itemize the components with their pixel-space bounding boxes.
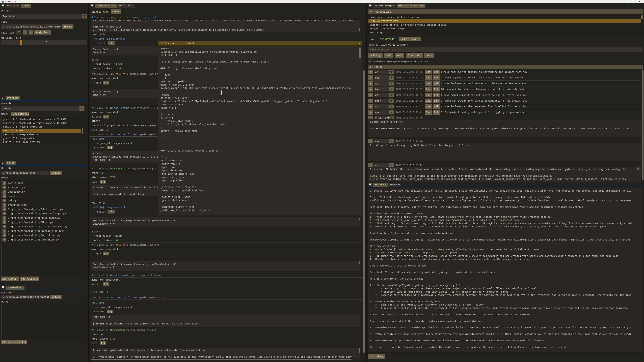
maximize-button[interactable]: □ <box>630 0 635 3</box>
comms-text-box[interactable]: I have now implemented all the requested… <box>92 348 360 358</box>
collapse-section-icon[interactable] <box>1 96 5 100</box>
remove-file-button[interactable]: x <box>2 233 6 237</box>
expand-entry-button[interactable]: + <box>368 110 373 115</box>
fetch-models-button[interactable]: Fetch Models <box>12 112 29 116</box>
new-discussion-input[interactable]: New discussion name <box>368 47 643 52</box>
expand-button[interactable]: [+] <box>103 81 109 84</box>
comms-text-box[interactable]: The previous attempt to modify `gui.py` … <box>92 20 360 32</box>
chevron-down-icon[interactable] <box>82 14 87 18</box>
discussion-list-item[interactable]: Make sure it works well with gemini <box>368 15 641 19</box>
collapse-section-icon[interactable] <box>90 4 94 8</box>
discussions-section-header[interactable]: ▼Discussions <box>368 9 643 14</box>
box-scrollbar-thumb[interactable] <box>359 218 360 220</box>
text-viewer-content[interactable]: STDOUT:Successfully applied modification… <box>160 47 358 215</box>
entries-toolbar-button--all[interactable]: +All <box>395 53 404 58</box>
delete-entry-button[interactable]: Del <box>433 87 440 91</box>
chevron-down-icon[interactable] <box>389 82 394 85</box>
expand-entry-button[interactable]: + <box>368 104 373 109</box>
apply-font-button[interactable]: Apply Font <box>34 30 51 34</box>
model-list-item[interactable]: gemini-2.5-pro-preview-tts <box>2 133 81 136</box>
model-list-item[interactable]: gemini-3-flash-preview <box>2 136 81 140</box>
palette-select[interactable]: 10x Dark <box>1 14 87 19</box>
collapse-section-icon[interactable] <box>1 161 5 165</box>
comms-text-box[interactable]: EXIT CODE: 0[SYSTEM: FILES UPDATED ? cur… <box>92 315 360 327</box>
remove-file-button[interactable]: x <box>2 194 6 198</box>
right-tab-system-prompts[interactable]: System Prompts <box>373 4 396 8</box>
roles-section-header[interactable]: ▶Roles <box>368 65 643 69</box>
remove-file-button[interactable]: x <box>2 229 6 233</box>
expand-button[interactable]: [+] <box>100 180 106 184</box>
delete-entry-button[interactable]: Del <box>433 75 440 80</box>
comms-text-box[interactable]: $mainContextPath = "C:/projects/manual_s… <box>92 217 360 227</box>
minimize-button[interactable]: – <box>622 0 628 3</box>
insert-entry-button[interactable]: Ins <box>425 104 432 109</box>
size-increment-button[interactable]: + <box>28 30 33 34</box>
text-viewer-title[interactable]: Text Viewer - content <box>158 41 362 45</box>
role-select[interactable]: AI <box>374 93 394 97</box>
autoadd-checkbox[interactable]: ✓ <box>368 59 372 63</box>
chevron-down-icon[interactable] <box>389 99 394 103</box>
model-list-scrollbar[interactable] <box>82 128 83 134</box>
chevron-down-icon[interactable] <box>389 87 394 91</box>
role-select[interactable]: AI <box>374 70 394 74</box>
history-button[interactable]: -> History <box>368 354 385 359</box>
role-select[interactable]: User <box>374 110 394 115</box>
provider-select[interactable]: gemini <box>1 106 84 111</box>
chevron-down-icon[interactable] <box>389 76 394 80</box>
box-scrollbar-thumb[interactable] <box>359 28 360 31</box>
font-path-input[interactable]: C:/Users/Ed/AppData/Local/uv/cache/archi… <box>1 24 61 29</box>
model-list-item[interactable]: gemini-3-pro-image-preview <box>2 140 81 144</box>
expand-entry-button[interactable]: + <box>368 70 373 74</box>
comms-vertical-scrollbar[interactable] <box>363 70 365 353</box>
font-browse-button[interactable]: Browse <box>62 24 74 29</box>
delete-entry-button[interactable]: Del <box>433 81 440 86</box>
size-input[interactable]: 18 <box>16 30 22 34</box>
entry-content-box[interactable]: Finish up if there is anything left todo… <box>368 143 641 161</box>
delete-entry-button[interactable]: Del <box>433 93 440 97</box>
text-viewer-close-icon[interactable]: ✕ <box>358 41 360 44</box>
comms-tab-tool-calls[interactable]: Tool Calls <box>117 4 135 8</box>
remove-file-button[interactable]: x <box>2 220 6 224</box>
left-tab-theme[interactable]: Theme <box>21 4 31 8</box>
size-decrement-button[interactable]: - <box>23 30 27 34</box>
expand-button[interactable]: [+] <box>103 115 109 118</box>
discussion-list-item[interactable]: Support for system prompt <box>368 27 641 30</box>
entry-box-scrollbar[interactable] <box>638 167 639 170</box>
right-tab-discussion-history[interactable]: Discussion History <box>397 4 426 8</box>
role-select[interactable]: User <box>374 98 394 103</box>
comms-entry-header[interactable]: #46 23:36:19 OUT tool_result_send gemini… <box>90 295 364 300</box>
model-list-item[interactable]: gemini-2.5-flash-native-audio-preview-12… <box>2 121 81 125</box>
discussion-list-item[interactable]: main <box>368 34 641 36</box>
update-commit-button[interactable]: Update Commit <box>399 37 421 41</box>
insert-entry-button[interactable]: Ins <box>425 81 432 86</box>
files-tab-files[interactable]: Files <box>6 161 16 165</box>
discussion-list-item[interactable]: Support files or mcp, or proper dynamic … <box>368 23 641 27</box>
expand-button[interactable]: [+] <box>100 341 106 345</box>
expand-button[interactable]: [+] <box>107 310 113 313</box>
discussions-scrollbar[interactable] <box>641 15 643 19</box>
entries-scrollbar[interactable] <box>642 69 644 180</box>
chevron-down-icon[interactable] <box>389 93 394 97</box>
response-tab-message[interactable]: Message <box>388 183 401 187</box>
remove-file-button[interactable]: x <box>2 190 6 194</box>
close-button[interactable]: ✕ <box>637 0 642 3</box>
comms-tab-comms-history[interactable]: Comms History <box>95 4 117 8</box>
discussion-list-item[interactable]: Misc UX improvements <box>368 19 641 23</box>
delete-entry-button[interactable]: Del <box>433 110 440 115</box>
entry-content-box[interactable]: [GEMINI QUOTA EXHAUSTED]429 RESOURCE_EXH… <box>368 119 641 137</box>
expand-button[interactable]: [+] <box>103 252 109 255</box>
role-select[interactable]: User <box>374 75 394 80</box>
model-list-item[interactable]: gemini-2.5-flash-native-audio-preview-09… <box>2 117 81 121</box>
add-wildcard-button[interactable]: Add Wildcard <box>20 277 39 281</box>
comms-entry-header[interactable]: #47 23:36:29 IN response gemini/gemini-2… <box>90 328 364 332</box>
collapse-section-icon[interactable] <box>368 4 372 8</box>
role-select[interactable]: AI <box>374 81 394 86</box>
add-screenshots-button[interactable]: Add Screenshot(s) <box>1 340 27 345</box>
expand-entry-button[interactable]: + <box>368 81 373 86</box>
ui-scale-slider[interactable]: 1.10 <box>1 40 87 44</box>
clear-button[interactable]: Clear <box>111 9 121 14</box>
screenshots-tab-screenshots[interactable]: Screenshots <box>6 286 24 290</box>
comms-entry-header[interactable]: #45 23:36:19 IN tool_result gemini/gemin… <box>90 273 364 278</box>
remove-file-button[interactable]: x <box>2 181 6 185</box>
remove-file-button[interactable]: x <box>2 207 6 211</box>
